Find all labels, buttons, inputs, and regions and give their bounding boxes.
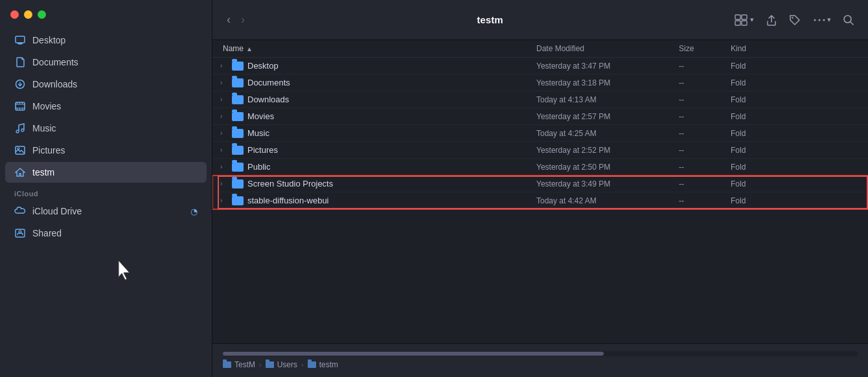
folder-icon bbox=[232, 95, 244, 104]
sidebar-item-label: iCloud Drive bbox=[32, 206, 82, 216]
breadcrumb-item-testm[interactable]: TestM bbox=[223, 360, 255, 369]
table-row[interactable]: › Public Yesterday at 2:50 PM -- Fold bbox=[212, 159, 868, 176]
minimize-window-button[interactable] bbox=[24, 10, 32, 19]
folder-icon bbox=[232, 129, 244, 138]
breadcrumb-folder-icon-users bbox=[266, 361, 274, 368]
col-kind-label: Kind bbox=[731, 44, 746, 53]
expand-arrow[interactable]: › bbox=[220, 96, 228, 103]
col-name-label: Name bbox=[223, 44, 244, 53]
expand-arrow[interactable]: › bbox=[220, 180, 228, 187]
sidebar-item-label: Documents bbox=[32, 57, 78, 67]
sidebar-item-downloads[interactable]: Downloads bbox=[5, 74, 207, 95]
table-row[interactable]: › Movies Yesterday at 2:57 PM -- Fold bbox=[212, 108, 868, 125]
col-date-header[interactable]: Date Modified bbox=[530, 44, 672, 53]
table-row[interactable]: › Documents Yesterday at 3:18 PM -- Fold bbox=[212, 74, 868, 91]
sidebar-item-label: Shared bbox=[32, 228, 62, 238]
svg-rect-19 bbox=[735, 15, 740, 19]
sidebar-item-movies[interactable]: Movies bbox=[5, 96, 207, 117]
folder-icon bbox=[232, 196, 244, 205]
svg-point-24 bbox=[814, 19, 816, 21]
svg-rect-5 bbox=[16, 104, 25, 105]
file-name: stable-diffusion-webui bbox=[247, 196, 329, 205]
svg-point-18 bbox=[19, 231, 21, 233]
sidebar-item-label: Movies bbox=[32, 101, 61, 111]
svg-rect-11 bbox=[19, 108, 20, 110]
share-button[interactable] bbox=[762, 10, 781, 30]
table-row[interactable]: › Downloads Today at 4:13 AM -- Fold bbox=[212, 91, 868, 108]
folder-icon bbox=[232, 179, 244, 188]
table-row[interactable]: › Music Today at 4:25 AM -- Fold bbox=[212, 125, 868, 142]
file-size: -- bbox=[672, 78, 724, 87]
col-name-header[interactable]: Name ▲ bbox=[212, 44, 530, 53]
view-chevron: ▾ bbox=[750, 16, 754, 24]
cloud-icon bbox=[14, 205, 26, 217]
svg-point-26 bbox=[823, 19, 825, 21]
file-kind: Fold bbox=[724, 163, 868, 172]
search-button[interactable] bbox=[839, 11, 858, 29]
expand-arrow[interactable]: › bbox=[220, 62, 228, 69]
sidebar-item-shared[interactable]: Shared bbox=[5, 223, 207, 244]
scrollbar-thumb[interactable] bbox=[223, 352, 604, 356]
col-kind-header[interactable]: Kind bbox=[724, 44, 868, 53]
view-options-button[interactable]: ▾ bbox=[731, 11, 757, 29]
breadcrumb-folder-icon-testm bbox=[308, 361, 316, 368]
folder-icon bbox=[232, 78, 244, 87]
file-size: -- bbox=[672, 146, 724, 155]
file-name: Music bbox=[247, 128, 269, 138]
sidebar-items: Desktop Documents Downloads bbox=[0, 27, 212, 377]
expand-arrow[interactable]: › bbox=[220, 79, 228, 86]
sidebar-item-music[interactable]: Music bbox=[5, 118, 207, 139]
breadcrumb-folder-icon bbox=[223, 361, 231, 368]
file-list: Name ▲ Date Modified Size Kind › Desktop… bbox=[212, 40, 868, 343]
file-date: Today at 4:13 AM bbox=[530, 95, 672, 104]
file-kind: Fold bbox=[724, 179, 868, 188]
toolbar-nav: ‹ › bbox=[223, 10, 249, 29]
scrollbar[interactable] bbox=[223, 351, 858, 356]
file-kind: Fold bbox=[724, 146, 868, 155]
sidebar-item-icloud-drive[interactable]: iCloud Drive ◔ bbox=[5, 201, 207, 222]
table-row[interactable]: › Desktop Yesterday at 3:47 PM -- Fold bbox=[212, 58, 868, 74]
file-name: Documents bbox=[247, 78, 290, 87]
svg-rect-21 bbox=[742, 15, 747, 19]
breadcrumb-item-testm-user[interactable]: testm bbox=[308, 360, 338, 369]
svg-rect-8 bbox=[19, 102, 20, 104]
tags-button[interactable] bbox=[786, 11, 804, 29]
sidebar-item-desktop[interactable]: Desktop bbox=[5, 30, 207, 51]
breadcrumb-item-users[interactable]: Users bbox=[266, 360, 297, 369]
file-size: -- bbox=[672, 62, 724, 71]
svg-rect-7 bbox=[17, 102, 17, 104]
breadcrumb-label-testm: TestM bbox=[234, 360, 255, 369]
sidebar-item-pictures[interactable]: Pictures bbox=[5, 140, 207, 161]
expand-arrow[interactable]: › bbox=[220, 130, 228, 137]
expand-arrow[interactable]: › bbox=[220, 163, 228, 170]
expand-arrow[interactable]: › bbox=[220, 197, 228, 204]
svg-rect-9 bbox=[22, 102, 23, 104]
col-size-header[interactable]: Size bbox=[672, 44, 724, 53]
table-row[interactable]: › stable-diffusion-webui Today at 4:42 A… bbox=[212, 192, 868, 209]
file-date: Yesterday at 3:47 PM bbox=[530, 62, 672, 71]
toolbar: ‹ › testm ▾ bbox=[212, 0, 868, 40]
more-options-button[interactable]: ▾ bbox=[809, 11, 834, 29]
maximize-window-button[interactable] bbox=[38, 10, 46, 19]
sidebar-item-documents[interactable]: Documents bbox=[5, 52, 207, 73]
file-date: Yesterday at 3:49 PM bbox=[530, 179, 672, 188]
table-row[interactable]: › Pictures Yesterday at 2:52 PM -- Fold bbox=[212, 142, 868, 159]
forward-button[interactable]: › bbox=[237, 10, 249, 29]
expand-arrow[interactable]: › bbox=[220, 146, 228, 154]
sidebar-item-label: Pictures bbox=[32, 145, 65, 155]
file-size: -- bbox=[672, 95, 724, 104]
expand-arrow[interactable]: › bbox=[220, 113, 228, 120]
breadcrumb-label-testm-user: testm bbox=[319, 360, 338, 369]
svg-rect-0 bbox=[16, 36, 25, 43]
col-date-label: Date Modified bbox=[536, 44, 584, 53]
file-date: Today at 4:42 AM bbox=[530, 196, 672, 205]
sidebar-item-testm[interactable]: testm bbox=[5, 162, 207, 183]
folder-icon bbox=[232, 112, 244, 121]
file-name: Pictures bbox=[247, 145, 278, 155]
back-button[interactable]: ‹ bbox=[223, 10, 234, 29]
close-window-button[interactable] bbox=[10, 10, 19, 19]
table-row[interactable]: › Screen Studio Projects Yesterday at 3:… bbox=[212, 176, 868, 192]
file-date: Yesterday at 3:18 PM bbox=[530, 78, 672, 87]
svg-rect-10 bbox=[17, 108, 17, 110]
svg-rect-12 bbox=[22, 108, 23, 110]
